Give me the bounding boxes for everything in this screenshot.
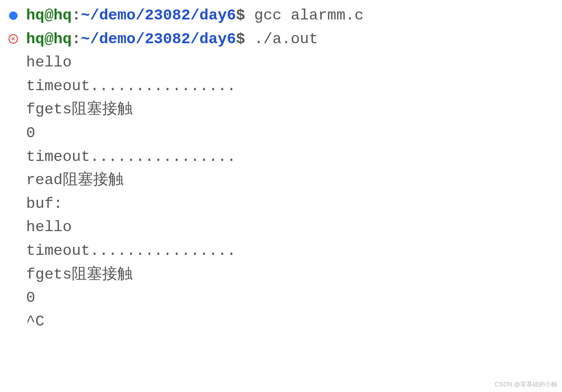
separator: : [72, 28, 81, 51]
output-line: read阻塞接触 [0, 168, 562, 192]
separator: : [72, 4, 81, 28]
blue-dot-icon [9, 11, 18, 20]
user-host: hq@hq [26, 4, 72, 28]
command-text-2[interactable]: ./a.out [245, 28, 318, 51]
output-line: 0 [0, 121, 562, 145]
error-x-icon: ✕ [9, 34, 18, 44]
gutter-marker-1 [0, 11, 26, 20]
prompt-symbol: $ [236, 28, 245, 51]
command-text-1[interactable]: gcc alarmm.c [245, 4, 364, 28]
output-line: timeout................ [0, 75, 562, 98]
prompt-line-2: ✕ hq@hq:~/demo/23082/day6$ ./a.out [0, 28, 562, 51]
path: ~/demo/23082/day6 [81, 4, 236, 28]
gutter-marker-2: ✕ [0, 34, 26, 44]
output-line: 0 [0, 286, 562, 310]
output-line: hello [0, 215, 562, 239]
output-line: timeout................ [0, 145, 562, 169]
output-line: buf: [0, 192, 562, 216]
output-line: fgets阻塞接触 [0, 98, 562, 121]
output-line: hello [0, 51, 562, 75]
output-line: fgets阻塞接触 [0, 263, 562, 287]
user-host: hq@hq [26, 28, 72, 51]
watermark: CSDN @零基础的小杨 [495, 380, 557, 389]
prompt-line-1: hq@hq:~/demo/23082/day6$ gcc alarmm.c [0, 4, 562, 28]
prompt-symbol: $ [236, 4, 245, 28]
path: ~/demo/23082/day6 [81, 28, 236, 51]
output-line: timeout................ [0, 239, 562, 263]
output-line-partial: ^C [0, 310, 562, 334]
